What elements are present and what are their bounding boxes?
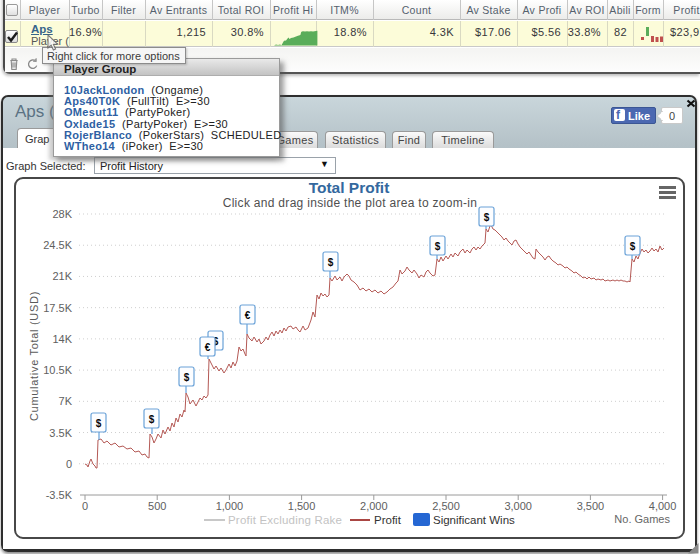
svg-text:$: $: [484, 212, 490, 223]
svg-text:$: $: [149, 414, 155, 425]
svg-text:7K: 7K: [59, 395, 73, 407]
svg-text:$: $: [435, 241, 441, 252]
svg-text:$: $: [184, 372, 190, 383]
svg-text:1,000: 1,000: [216, 500, 244, 512]
svg-text:$: $: [630, 241, 636, 252]
svg-text:0: 0: [82, 500, 88, 512]
svg-text:$: $: [328, 257, 334, 268]
svg-text:4,000: 4,000: [649, 500, 677, 512]
svg-text:Cumulative Total (USD): Cumulative Total (USD): [28, 291, 40, 421]
svg-text:Profit Excluding Rake: Profit Excluding Rake: [228, 514, 342, 526]
svg-text:0: 0: [66, 458, 72, 470]
svg-text:€: €: [245, 310, 251, 321]
svg-text:28K: 28K: [52, 208, 72, 220]
svg-text:500: 500: [148, 500, 166, 512]
svg-text:2,500: 2,500: [432, 500, 460, 512]
svg-text:Total Profit: Total Profit: [309, 179, 390, 196]
svg-text:24.5K: 24.5K: [43, 239, 72, 251]
svg-text:2,000: 2,000: [360, 500, 388, 512]
svg-text:3.5K: 3.5K: [49, 427, 72, 439]
svg-text:Profit: Profit: [374, 514, 402, 526]
svg-text:$: $: [96, 418, 102, 429]
svg-text:21K: 21K: [52, 270, 72, 282]
svg-text:-3.5K: -3.5K: [46, 489, 73, 501]
svg-text:Significant Wins: Significant Wins: [433, 514, 515, 526]
svg-text:€: €: [205, 342, 211, 353]
svg-text:No. Games: No. Games: [614, 513, 670, 525]
svg-text:1,500: 1,500: [288, 500, 316, 512]
svg-text:Click and drag inside the plot: Click and drag inside the plot area to z…: [223, 196, 478, 210]
svg-text:3,000: 3,000: [504, 500, 532, 512]
svg-text:14K: 14K: [52, 333, 72, 345]
svg-text:17.5K: 17.5K: [43, 302, 72, 314]
svg-text:3,500: 3,500: [577, 500, 605, 512]
svg-text:10.5K: 10.5K: [43, 364, 72, 376]
